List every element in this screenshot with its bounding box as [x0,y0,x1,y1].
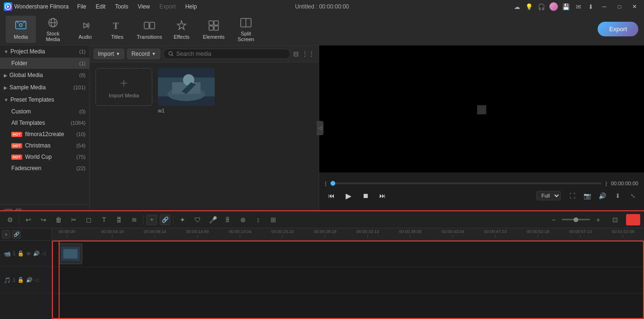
fit-timeline-button[interactable]: ⊡ [609,214,621,226]
audio-volume-icon[interactable]: 🔊 [26,277,33,283]
zoom-out-button[interactable]: − [548,214,560,226]
effects-panel-icon[interactable]: ⊕ [237,214,249,226]
camera-icon[interactable]: 📷 [582,190,593,201]
menu-export[interactable]: Export [157,2,178,11]
volume-icon[interactable]: 🔊 [597,190,608,201]
toolbar-stock[interactable]: Stock Media [38,16,68,43]
recording-indicator[interactable] [626,214,640,225]
menu-view[interactable]: View [136,2,152,11]
download-icon[interactable]: ⬇ [586,2,595,11]
toolbar-audio[interactable]: Audio [70,16,100,43]
progress-handle[interactable] [331,181,335,186]
media-thumbnail-w1[interactable]: w1 [158,68,215,113]
search-input[interactable] [176,51,285,57]
ruler-tick-0 [67,235,67,238]
headset-icon[interactable]: 🎧 [537,2,546,11]
audio-lock-icon[interactable]: 🔓 [17,277,24,283]
track-lock-icon[interactable]: 🔓 [17,250,24,257]
svg-rect-6 [144,22,149,29]
redo-button[interactable]: ↪ [37,214,50,226]
ruler-mark-8: 00:00:38:08 [399,228,422,238]
track-visibility-icon[interactable]: 👁 [26,251,31,257]
progress-bar[interactable] [331,182,602,184]
menu-help[interactable]: Help [183,2,199,11]
minimize-button[interactable]: ─ [599,2,610,11]
track-link-button[interactable]: 🔗 [12,230,21,239]
timeline-playhead[interactable] [59,241,60,319]
tools-panel-icon[interactable]: ⚙ [4,214,16,226]
import-button[interactable]: Import ▼ [94,49,124,59]
mic-icon[interactable]: 🎤 [207,214,219,226]
cut-button[interactable]: ✂ [68,214,80,226]
filter-icon[interactable]: ⊟ [293,50,299,58]
skip-back-button[interactable]: ⏮ [325,189,338,202]
sidebar-item-christmas[interactable]: HOT Christmas (54) [0,140,89,151]
import-placeholder[interactable]: + Import Media [96,68,152,106]
toolbar-media[interactable]: Media [6,16,36,43]
menu-tools[interactable]: Tools [113,2,130,11]
sidebar-section-global-media[interactable]: ▶ Global Media (8) [0,69,89,81]
undo-button[interactable]: ↩ [22,214,35,226]
stop-button[interactable]: ⏹ [359,189,372,202]
collapse-panel-button[interactable]: ◁ [317,121,323,135]
media-panel: Import ▼ Record ▼ ⊟ ⋮⋮ + Import Media [90,45,319,210]
sidebar-item-all-templates[interactable]: All Templates (1084) [0,117,89,129]
save-icon[interactable]: 💾 [562,2,570,11]
sidebar-item-world-cup[interactable]: HOT World Cup (75) [0,151,89,163]
download-preview-icon[interactable]: ⬇ [612,190,623,201]
resize-icon[interactable]: ⤡ [627,190,638,201]
sidebar-section-preset-templates[interactable]: ▼ Preset Templates [0,94,89,106]
audio-edit-button[interactable]: 🎛 [113,214,125,226]
track-volume-icon[interactable]: 🔊 [33,250,40,257]
track-label-video-1: 📹 1 🔓 👁 🔊 ◁ [0,241,52,267]
quality-select[interactable]: Full 1/2 1/4 [536,191,561,200]
zoom-in-button[interactable]: + [592,214,604,226]
project-media-chevron: ▼ [4,49,9,54]
maximize-button[interactable]: □ [614,2,625,11]
toolbar-titles[interactable]: T Titles [102,16,132,43]
ruler-mark-7: 00:00:33:13 [357,228,379,238]
ai-enhance-icon[interactable]: ✦ [176,214,189,226]
sidebar-section-sample-media[interactable]: ▶ Sample Media (101) [0,81,89,94]
sidebar-item-folder[interactable]: Folder (1) [0,58,89,69]
add-track-button[interactable]: + [2,230,10,239]
ruler-time-3: 00:00:14:09 [186,229,209,234]
toolbar-transitions[interactable]: Transitions [134,16,165,43]
sidebar-section-project-media[interactable]: ▼ Project Media (1) [0,45,89,58]
export-button[interactable]: Export [598,22,638,36]
pip-icon[interactable]: ⊞ [267,214,279,226]
zoom-slider[interactable] [562,219,590,220]
cloud-icon[interactable]: ☁ [513,2,521,11]
crop-button[interactable]: ◻ [83,214,95,226]
menu-file[interactable]: File [75,2,88,11]
video-clip[interactable] [59,243,82,264]
toolbar-splitscreen[interactable]: Split Screen [231,16,261,43]
mail-icon[interactable]: ✉ [574,2,583,11]
sidebar-item-fadescreen[interactable]: Fadescreen (22) [0,163,89,174]
add-media-button[interactable]: + [147,215,157,225]
play-button[interactable]: ▶ [342,189,355,202]
motion-icon[interactable]: ↕ [252,214,264,226]
track-arrow-icon[interactable]: ◁ [42,250,45,257]
audio-arrow-icon[interactable]: ◁ [35,277,38,283]
grid-icon[interactable]: ⋮⋮ [302,50,315,58]
delete-button[interactable]: 🗑 [52,214,65,226]
close-button[interactable]: ✕ [629,2,640,11]
sidebar-item-custom[interactable]: Custom (0) [0,106,89,117]
audio-mix-icon[interactable]: 🎚 [222,214,234,226]
toolbar-effects[interactable]: Effects [166,16,197,43]
link-button[interactable]: 🔗 [160,215,170,225]
toolbar-elements[interactable]: Elements [199,16,229,43]
fullscreen-icon[interactable]: ⛶ [566,190,578,201]
media-icon [14,19,27,32]
skip-forward-button[interactable]: ⏭ [376,189,389,202]
record-button[interactable]: Record ▼ [127,49,160,59]
menu-edit[interactable]: Edit [94,2,108,11]
sidebar-folder-label: Folder [11,60,78,67]
speed-button[interactable]: ≋ [128,214,140,226]
user-avatar[interactable] [549,2,558,11]
sidebar-item-filmora12create[interactable]: HOT filmora12create (10) [0,129,89,140]
shield-icon[interactable]: 🛡 [191,214,204,226]
bulb-icon[interactable]: 💡 [525,2,533,11]
text-button[interactable]: T [98,214,110,226]
